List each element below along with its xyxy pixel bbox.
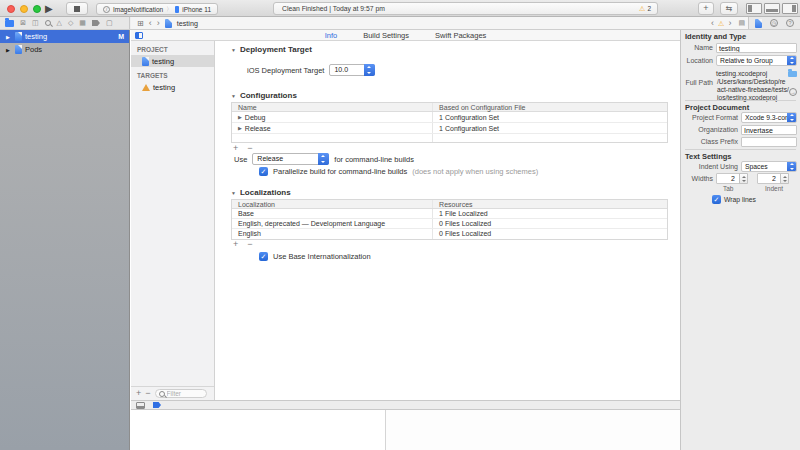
activity-viewer: Clean Finished | Today at 9:57 pm ⚠ 2 (273, 2, 658, 15)
quick-help-inspector-icon[interactable]: ? (786, 19, 794, 27)
file-inspector-icon[interactable] (755, 19, 762, 28)
disclosure-triangle-icon[interactable]: ▶ (238, 123, 242, 134)
command-line-config-value: Release (257, 155, 283, 162)
deployment-target-label: iOS Deployment Target (247, 66, 324, 75)
modified-badge: M (118, 33, 124, 40)
tab-swift-packages[interactable]: Swift Packages (435, 31, 486, 40)
collapse-icon[interactable]: ▼ (231, 93, 236, 99)
breakpoints-toggle-icon[interactable] (153, 402, 161, 408)
column-localization: Localization (232, 200, 432, 208)
location-value: Relative to Group (720, 57, 773, 64)
toggle-navigator-button[interactable] (746, 3, 762, 14)
tab-info[interactable]: Info (325, 31, 338, 40)
next-issue-button[interactable]: › (728, 19, 731, 28)
table-row[interactable]: ▶Debug 1 Configuration Set (232, 112, 667, 123)
reveal-arrow-icon[interactable]: → (789, 88, 797, 96)
disclosure-triangle-icon[interactable]: ▶ (6, 34, 12, 40)
debug-navigator-icon[interactable]: ▦ (79, 19, 86, 27)
source-control-navigator-icon[interactable]: ⊠ (20, 19, 26, 27)
scheme-selector[interactable]: i ImageNotification 〉 iPhone 11 (96, 3, 218, 15)
configurations-table: Name Based on Configuration File ▶Debug … (231, 102, 668, 143)
close-window-button[interactable] (7, 5, 15, 13)
test-navigator-icon[interactable]: ◇ (68, 19, 73, 27)
zoom-window-button[interactable] (33, 5, 41, 13)
editor-mode-button[interactable]: ⇆ (720, 2, 738, 15)
find-navigator-icon[interactable] (45, 20, 51, 26)
table-row[interactable]: English, deprecated — Development Langua… (232, 219, 667, 229)
tab-width-stepper[interactable]: 2 (716, 173, 748, 184)
hide-debug-area-icon[interactable] (136, 402, 145, 409)
indent-using-dropdown[interactable]: Spaces (741, 161, 797, 172)
library-add-button[interactable]: + (698, 2, 714, 15)
project-navigator-icon[interactable] (5, 20, 14, 27)
project-format-dropdown[interactable]: Xcode 9.3-compatible (741, 112, 797, 123)
toggle-debug-area-button[interactable] (764, 3, 780, 14)
tab-build-settings[interactable]: Build Settings (363, 31, 409, 40)
debug-area (131, 410, 680, 450)
name-field[interactable]: testing (716, 43, 797, 53)
table-row[interactable]: English 0 Files Localized (232, 229, 667, 239)
document-section-title: Project Document (685, 103, 749, 112)
target-row-testing[interactable]: testing (131, 81, 214, 93)
section-title: Configurations (240, 91, 297, 100)
localizations-actions: + − (233, 240, 253, 249)
editor-options-icon[interactable]: ▤ (738, 19, 745, 27)
folder-icon[interactable] (788, 71, 797, 77)
report-navigator-icon[interactable]: ▢ (106, 19, 113, 27)
section-deployment-target[interactable]: ▼ Deployment Target (231, 45, 312, 54)
add-localization-button[interactable]: + (233, 240, 238, 249)
minimize-window-button[interactable] (20, 5, 28, 13)
deployment-target-value: 10.0 (334, 66, 348, 73)
remove-localization-button[interactable]: − (247, 240, 252, 249)
section-localizations[interactable]: ▼ Localizations (231, 188, 291, 197)
forward-button[interactable]: › (157, 19, 160, 28)
tab-width-value: 2 (731, 175, 735, 182)
previous-issue-button[interactable]: ‹ (711, 19, 714, 28)
breakpoint-navigator-icon[interactable] (92, 20, 100, 26)
section-title: Deployment Target (240, 45, 312, 54)
class-prefix-field[interactable] (741, 137, 797, 147)
command-line-config-dropdown[interactable]: Release (252, 153, 329, 165)
add-target-button[interactable]: + (136, 389, 141, 398)
collapse-icon[interactable]: ▼ (231, 190, 236, 196)
remove-configuration-button[interactable]: − (247, 144, 252, 153)
back-button[interactable]: ‹ (149, 19, 152, 28)
filter-input[interactable] (167, 390, 205, 397)
stop-button[interactable] (66, 2, 88, 15)
base-internationalization-checkbox[interactable] (259, 252, 268, 261)
column-based-on: Based on Configuration File (432, 103, 667, 111)
add-configuration-button[interactable]: + (233, 144, 238, 153)
organization-field[interactable]: Invertase (741, 125, 797, 135)
location-row: Location Relative to Group (685, 55, 797, 66)
table-row[interactable]: Base 1 File Localized (232, 209, 667, 219)
remove-target-button[interactable]: − (145, 389, 150, 398)
disclosure-triangle-icon[interactable]: ▶ (238, 112, 242, 123)
localization-name: English, deprecated — Development Langua… (232, 219, 432, 228)
project-row-testing[interactable]: testing (131, 55, 214, 67)
localization-resources: 0 Files Localized (432, 219, 667, 228)
toggle-inspector-button[interactable] (782, 3, 798, 14)
stepper-arrows-icon (780, 173, 789, 184)
wrap-lines-checkbox[interactable] (712, 195, 721, 204)
table-row[interactable]: ▶Release 1 Configuration Set (232, 123, 667, 134)
run-button[interactable]: ▶ (45, 3, 53, 14)
collapse-icon[interactable]: ▼ (231, 47, 236, 53)
deployment-target-dropdown[interactable]: 10.0 (329, 64, 375, 76)
issue-navigator-icon[interactable]: △ (57, 19, 62, 27)
name-row: Name testing (685, 42, 797, 53)
related-items-icon[interactable]: ⊞ (137, 19, 144, 28)
disclosure-triangle-icon[interactable]: ▶ (6, 47, 12, 53)
symbol-navigator-icon[interactable]: ◫ (32, 19, 39, 27)
jump-bar-file-label[interactable]: testing (177, 19, 198, 28)
class-prefix-row: Class Prefix (685, 136, 797, 147)
navigator-item-pods[interactable]: ▶ Pods (0, 43, 129, 56)
indent-width-stepper[interactable]: 2 (757, 173, 789, 184)
navigator-item-testing[interactable]: ▶ testing M (0, 30, 129, 43)
table-header: Localization Resources (232, 200, 667, 209)
section-configurations[interactable]: ▼ Configurations (231, 91, 297, 100)
history-inspector-icon[interactable]: ◷ (770, 19, 778, 27)
location-dropdown[interactable]: Relative to Group (716, 55, 797, 66)
divider (685, 100, 796, 101)
warning-badge[interactable]: ⚠ 2 (639, 3, 651, 14)
parallelize-checkbox[interactable] (259, 167, 268, 176)
